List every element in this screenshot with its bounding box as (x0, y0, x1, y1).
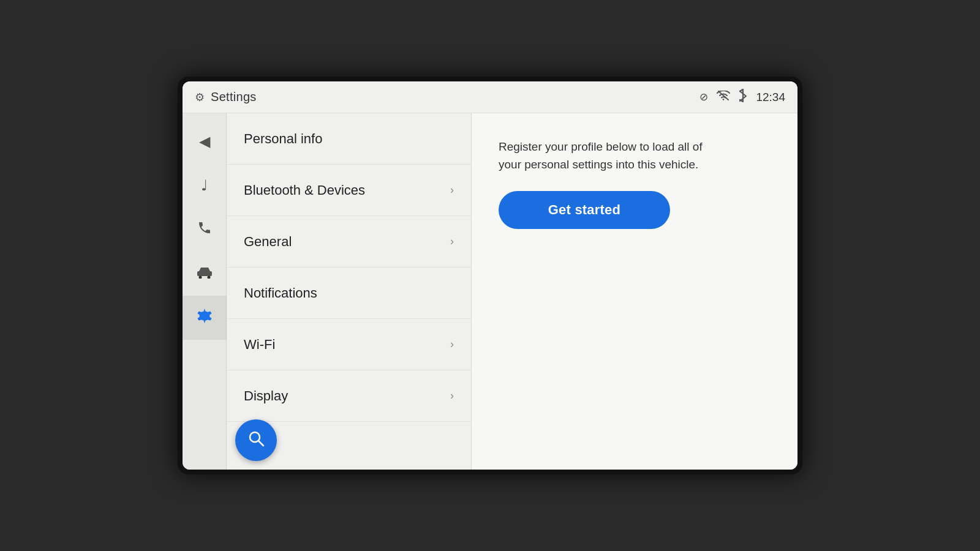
svg-line-7 (259, 441, 264, 446)
search-icon (247, 430, 265, 451)
main-content: ◀ ♩ (183, 113, 797, 470)
top-bar-left: ⚙ Settings (195, 90, 257, 104)
bluetooth-devices-chevron: › (450, 184, 454, 197)
screen-bezel: ⚙ Settings ⊘ (178, 77, 802, 474)
menu-item-display[interactable]: Display › (227, 370, 471, 422)
menu-item-bluetooth-devices[interactable]: Bluetooth & Devices › (227, 165, 471, 216)
navigation-icon: ◀ (199, 133, 210, 150)
wireless-charging-icon: ⊘ (699, 91, 708, 103)
menu-panel: Personal info Bluetooth & Devices › Gene… (227, 113, 472, 470)
bluetooth-icon (739, 89, 747, 105)
top-bar: ⚙ Settings ⊘ (183, 81, 797, 113)
top-bar-right: ⊘ 12:34 (699, 89, 785, 105)
menu-item-general[interactable]: General › (227, 216, 471, 268)
settings-icon: ⚙ (195, 91, 205, 104)
sidebar-item-settings[interactable] (183, 296, 227, 340)
settings-sidebar-icon (197, 308, 213, 328)
sidebar-item-music[interactable]: ♩ (183, 163, 227, 208)
sidebar-item-navigation[interactable]: ◀ (183, 119, 227, 163)
phone-icon (197, 220, 212, 239)
sidebar-item-phone[interactable] (183, 208, 227, 252)
car-icon (196, 265, 213, 282)
general-label: General (244, 234, 292, 250)
svg-rect-2 (197, 271, 212, 276)
wifi-chevron: › (450, 338, 454, 351)
notifications-label: Notifications (244, 285, 317, 301)
svg-point-1 (723, 99, 725, 100)
menu-item-notifications[interactable]: Notifications (227, 268, 471, 319)
page-title: Settings (211, 90, 257, 104)
menu-item-personal-info[interactable]: Personal info (227, 113, 471, 165)
display-chevron: › (450, 389, 454, 402)
svg-point-3 (198, 276, 202, 279)
content-panel: Register your profile below to load all … (472, 113, 797, 470)
personal-info-label: Personal info (244, 131, 322, 147)
svg-point-4 (207, 276, 210, 279)
wifi-off-icon (717, 91, 730, 103)
bluetooth-devices-label: Bluetooth & Devices (244, 182, 365, 198)
get-started-button[interactable]: Get started (499, 191, 670, 229)
general-chevron: › (450, 235, 454, 248)
music-icon: ♩ (201, 177, 208, 194)
menu-item-wifi[interactable]: Wi-Fi › (227, 319, 471, 370)
clock: 12:34 (756, 91, 785, 104)
wifi-label: Wi-Fi (244, 337, 275, 353)
content-description: Register your profile below to load all … (499, 138, 719, 174)
search-fab[interactable] (235, 419, 277, 461)
sidebar-item-car[interactable] (183, 252, 227, 296)
display-label: Display (244, 388, 288, 404)
sidebar: ◀ ♩ (183, 113, 227, 470)
screen: ⚙ Settings ⊘ (183, 81, 797, 470)
svg-point-6 (250, 432, 260, 442)
